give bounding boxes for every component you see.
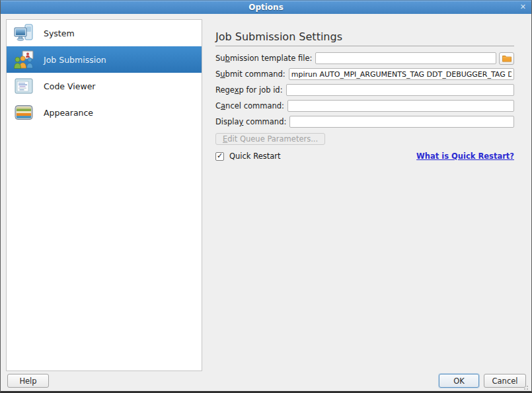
sidebar: System Job Submission [6, 19, 202, 371]
label-mnemonic: x [235, 85, 239, 95]
template-file-input[interactable] [315, 52, 496, 64]
label-text: mission template file: [230, 54, 313, 63]
submit-command-label: Submit command: [215, 69, 285, 79]
edit-queue-parameters-button[interactable]: Edit Queue Parameters... [215, 133, 325, 145]
label-text: dit Queue Parameters... [227, 134, 318, 144]
folder-icon [502, 55, 512, 62]
label-mnemonic: u [220, 69, 225, 79]
sidebar-item-system[interactable]: System [7, 20, 202, 46]
appearance-icon [13, 101, 35, 124]
check-icon: ✓ [217, 152, 223, 159]
sidebar-item-code-viewer[interactable]: Code Viewer [7, 73, 202, 99]
cancel-button[interactable]: Cancel [484, 374, 526, 388]
cancel-command-input[interactable] [287, 100, 514, 112]
page-title: Job Submission Settings [215, 30, 514, 44]
sidebar-item-label: Appearance [44, 108, 93, 118]
sidebar-item-label: Job Submission [44, 55, 106, 65]
ok-button[interactable]: OK [439, 374, 479, 388]
system-icon [13, 22, 35, 44]
sidebar-item-appearance[interactable]: Appearance [7, 99, 202, 126]
sidebar-item-label: Code Viewer [44, 81, 95, 91]
field-row-template-file: Submission template file: [215, 52, 514, 64]
job-submission-settings-panel: Job Submission Settings Submission templ… [215, 30, 514, 161]
close-icon[interactable]: ✕ [520, 1, 526, 14]
code-viewer-icon [13, 75, 35, 97]
help-button[interactable]: Help [7, 374, 49, 388]
label-text: p for job id: [239, 85, 283, 95]
label-text: Displa [215, 117, 239, 126]
label-text: command: [243, 117, 286, 126]
quick-restart-label: Quick Restart [229, 152, 281, 161]
label-text: Su [215, 54, 225, 63]
submit-command-input[interactable] [289, 68, 514, 80]
browse-button[interactable] [499, 52, 514, 65]
template-file-label: Submission template file: [215, 54, 312, 63]
label-text: C [215, 101, 221, 110]
label-mnemonic: b [225, 54, 230, 63]
quick-restart-row: ✓ Quick Restart What is Quick Restart? [215, 151, 514, 161]
job-submission-icon [13, 48, 35, 71]
display-command-label: Display command: [215, 117, 286, 126]
label-text: Rege [215, 85, 235, 95]
field-row-regexp-job-id: Regexp for job id: [215, 84, 514, 96]
field-row-display-command: Display command: [215, 116, 514, 128]
cancel-command-label: Cancel command: [215, 101, 284, 110]
window-title: Options [1, 1, 531, 14]
titlebar[interactable]: Options ✕ [1, 1, 531, 14]
resize-grip-icon[interactable] [527, 388, 528, 390]
label-text: bmit command: [225, 69, 285, 79]
what-is-quick-restart-link[interactable]: What is Quick Restart? [416, 152, 514, 161]
sidebar-item-label: System [44, 28, 75, 38]
sidebar-item-job-submission[interactable]: Job Submission [7, 46, 202, 73]
options-window: Options ✕ System [0, 0, 532, 393]
regexp-job-id-label: Regexp for job id: [215, 85, 283, 95]
label-text: ncel command: [225, 101, 284, 110]
display-command-input[interactable] [289, 116, 514, 128]
divider [215, 46, 514, 46]
regexp-job-id-input[interactable] [286, 84, 514, 96]
field-row-cancel-command: Cancel command: [215, 100, 514, 112]
quick-restart-checkbox[interactable]: ✓ [215, 152, 224, 161]
field-row-submit-command: Submit command: [215, 68, 514, 80]
